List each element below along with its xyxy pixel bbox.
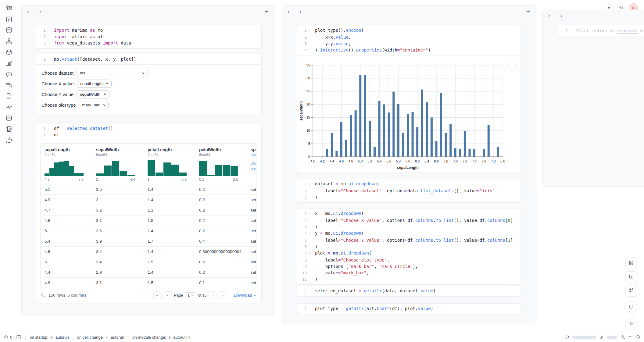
fold-chevron-icon[interactable]: ∨	[308, 230, 312, 237]
outline-search-icon[interactable]	[5, 82, 13, 89]
editor-placeholder[interactable]: Start coding or generate with AI.	[573, 27, 644, 34]
table-cell: 3.4	[92, 260, 144, 264]
cell-plot-type[interactable]: 1plot_type = getattr(alt.Chart(df), plot…	[296, 303, 521, 314]
table-cell: 0.2	[195, 260, 247, 264]
scroll-right-button[interactable]: ›	[559, 13, 564, 18]
bar-chart[interactable]: 4.04.24.44.64.85.05.25.45.65.86.06.26.46…	[299, 59, 521, 173]
table-cell: 3.4	[92, 249, 144, 254]
table-cell: setosa	[247, 239, 256, 244]
cell-new-empty[interactable]: 1 Start coding or generate with AI.	[557, 25, 644, 37]
fold-chevron-icon[interactable]: ∨	[308, 250, 312, 256]
documentation-icon[interactable]	[5, 93, 13, 100]
next-page-button[interactable]: ›	[209, 291, 217, 299]
dropdown-select-1[interactable]: sepalLength∨	[77, 80, 112, 88]
column-header-petalWidth[interactable]: petalWidthfloat640.12.5	[195, 147, 247, 182]
fold-chevron-icon[interactable]: ∨	[308, 181, 312, 187]
code-editor[interactable]: 1mo.vstack([dataset, x, y, plot])	[35, 54, 261, 64]
vega-actions-button[interactable]: ⋯	[507, 61, 517, 71]
code-editor[interactable]: 1∨dataset = mo.ui.dropdown(2 label="Choo…	[296, 179, 521, 202]
code-editor[interactable]: 1∨x = mo.ui.dropdown(2 label="Choose X v…	[296, 208, 521, 284]
console-button[interactable]	[625, 301, 637, 313]
file-tree-icon[interactable]	[5, 5, 13, 12]
svg-text:7.8: 7.8	[491, 159, 496, 163]
scroll-left-button[interactable]: ‹	[26, 9, 30, 14]
tracing-icon[interactable]	[5, 104, 13, 111]
packages-icon[interactable]	[5, 49, 13, 56]
code-editor[interactable]: 1plot_type = getattr(alt.Chart(df), plot…	[296, 304, 521, 314]
clock-icon[interactable]	[635, 335, 640, 340]
column-header-sepalWidth[interactable]: sepalWidthfloat6424.4	[92, 147, 144, 182]
database-icon[interactable]	[5, 27, 13, 34]
code-editor[interactable]: 1selected_dataset = getattr(data, datase…	[296, 286, 521, 296]
page-select[interactable]: 1 ∨	[185, 292, 196, 298]
line-number: 1	[296, 211, 308, 217]
table-cell: 2.9	[92, 270, 144, 275]
dropdown-row: Choose Y valuesepalWidth∨	[41, 90, 261, 98]
command-icon	[629, 288, 634, 294]
middle-panel-topbar: ‹ › +	[282, 6, 536, 17]
on-startup-setting[interactable]: on startup: autorun	[30, 335, 69, 340]
cell-selected-dataset[interactable]: 1selected_dataset = getattr(data, datase…	[296, 286, 521, 296]
dropdown-row: Choose datasetiris∨	[41, 69, 261, 77]
generate-link[interactable]: generate	[617, 28, 638, 33]
on-module-change-setting[interactable]: on module change: autorun ∨	[132, 335, 190, 340]
scroll-right-button[interactable]: ›	[299, 9, 303, 14]
code-editor[interactable]: 1df = selected_dataset()2df	[35, 123, 261, 140]
save-button[interactable]	[625, 258, 637, 269]
shortcuts-button[interactable]	[625, 285, 637, 297]
chart-output: 4.04.24.44.64.85.05.25.45.65.86.06.26.46…	[296, 55, 521, 173]
cell-dataset-dropdown[interactable]: 1∨dataset = mo.ui.dropdown(2 label="Choo…	[296, 179, 521, 203]
table-panel-button[interactable]	[625, 271, 637, 283]
table-icon	[629, 274, 634, 280]
line-number: 4	[296, 47, 308, 53]
svg-text:6.2: 6.2	[415, 159, 420, 163]
line-number: 1	[296, 181, 308, 187]
fold-chevron-icon[interactable]: ∨	[308, 211, 312, 217]
svg-text:25: 25	[306, 89, 310, 93]
last-page-button[interactable]: »	[219, 291, 227, 299]
code-editor[interactable]: 1∨plot_type().encode(2 x=x.value,3 y=y.v…	[296, 25, 521, 55]
error-counter[interactable]: 0	[4, 335, 12, 340]
scratchpad-icon[interactable]	[5, 126, 13, 133]
line-number: 1	[296, 306, 308, 312]
add-cell-button[interactable]: +	[524, 8, 532, 15]
swap-icon[interactable]	[628, 335, 633, 340]
sparkles-icon[interactable]	[620, 335, 625, 340]
dependencies-icon[interactable]	[5, 38, 13, 45]
svg-text:8.0: 8.0	[500, 159, 505, 163]
line-number: 6	[296, 244, 308, 250]
column-header-species[interactable]: speciesobjectunique:nulls:	[247, 147, 256, 182]
cell-xy-plot-dropdowns[interactable]: 1∨x = mo.ui.dropdown(2 label="Choose X v…	[296, 208, 521, 285]
line-number: 1	[296, 288, 308, 294]
functions-icon[interactable]	[5, 16, 13, 23]
snippets-icon[interactable]	[5, 115, 13, 122]
table-cell: 4.7	[41, 208, 92, 212]
dropdown-select-0[interactable]: iris∨	[77, 69, 148, 77]
column-header-petalLength[interactable]: petalLengthfloat6416.9	[144, 147, 195, 182]
svg-text:20: 20	[306, 102, 310, 106]
svg-text:15: 15	[306, 116, 310, 119]
on-cell-change-setting[interactable]: on cell change: autorun	[77, 335, 124, 340]
run-button[interactable]	[625, 318, 637, 330]
code-editor[interactable]: 1import marimo as mo2import altair as al…	[35, 25, 261, 48]
search-icon[interactable]	[41, 293, 45, 297]
dropdown-select-3[interactable]: mark_bar∨	[79, 101, 109, 109]
cell-imports[interactable]: 1import marimo as mo2import altair as al…	[35, 25, 262, 48]
download-button[interactable]: Download ∨	[234, 293, 256, 297]
help-icon[interactable]	[5, 137, 13, 144]
svg-text:5.0: 5.0	[358, 159, 363, 163]
vstack-output: Choose datasetiris∨Choose X valuesepalLe…	[35, 65, 261, 115]
scroll-right-button[interactable]: ›	[38, 9, 42, 14]
logs-icon[interactable]	[5, 60, 13, 67]
chat-icon[interactable]	[5, 71, 13, 78]
add-cell-button[interactable]: +	[263, 8, 270, 15]
scroll-left-button[interactable]: ‹	[286, 9, 291, 14]
prev-page-button[interactable]: ‹	[164, 291, 172, 299]
chevron-down-icon: ∨	[104, 93, 107, 96]
fold-chevron-icon[interactable]: ∨	[308, 27, 312, 34]
scroll-left-button[interactable]: ‹	[547, 13, 551, 18]
column-header-sepalLength[interactable]: sepalLengthfloat644.37.9	[41, 147, 92, 182]
dropdown-select-2[interactable]: sepalWidth∨	[77, 90, 109, 98]
terminal-toggle[interactable]	[16, 335, 21, 340]
first-page-button[interactable]: «	[153, 291, 162, 299]
